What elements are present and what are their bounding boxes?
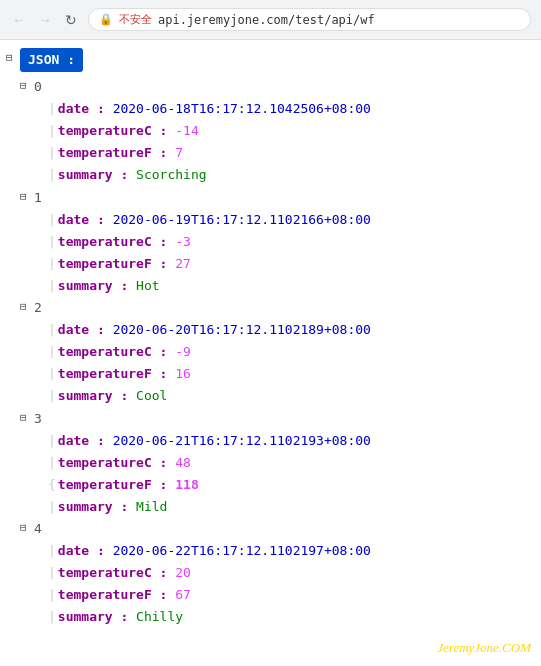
tempC-key-3: temperatureC : <box>58 452 168 474</box>
json-label: JSON : <box>20 48 83 72</box>
tempF-row-0: | temperatureF : 7 <box>48 142 535 164</box>
tempC-val-3: 48 <box>175 452 191 474</box>
index-row-3: ⊟ 3 <box>20 408 535 430</box>
item-fields-4: | date : 2020-06-22T16:17:12.1102197+08:… <box>20 540 535 628</box>
tempF-val-3: 118 <box>175 474 198 496</box>
tempF-val-1: 27 <box>175 253 191 275</box>
summary-row-3: | summary : Mild <box>48 496 535 518</box>
date-val-0: 2020-06-18T16:17:12.1042506+08:00 <box>113 98 371 120</box>
summary-val-4: Chilly <box>136 606 183 628</box>
date-key-4: date : <box>58 540 105 562</box>
summary-row-0: | summary : Scorching <box>48 164 535 186</box>
summary-val-2: Cool <box>136 385 167 407</box>
tempF-key-4: temperatureF : <box>58 584 168 606</box>
json-viewer: ⊟ JSON : ⊟ 0 | date : 2020-06-18T16:17:1… <box>0 40 541 636</box>
date-val-2: 2020-06-20T16:17:12.1102189+08:00 <box>113 319 371 341</box>
tempC-val-1: -3 <box>175 231 191 253</box>
index-row-1: ⊟ 1 <box>20 187 535 209</box>
back-button[interactable]: ← <box>10 11 28 29</box>
summary-val-3: Mild <box>136 496 167 518</box>
item-fields-2: | date : 2020-06-20T16:17:12.1102189+08:… <box>20 319 535 407</box>
date-key-2: date : <box>58 319 105 341</box>
date-key-3: date : <box>58 430 105 452</box>
index-row-2: ⊟ 2 <box>20 297 535 319</box>
item-2: ⊟ 2 | date : 2020-06-20T16:17:12.1102189… <box>6 297 535 407</box>
date-val-1: 2020-06-19T16:17:12.1102166+08:00 <box>113 209 371 231</box>
tempC-key-0: temperatureC : <box>58 120 168 142</box>
watermark: JeremyJone.COM <box>437 640 531 656</box>
tempF-key-2: temperatureF : <box>58 363 168 385</box>
item-toggle-0[interactable]: ⊟ <box>20 77 34 96</box>
root-toggle[interactable]: ⊟ <box>6 49 20 68</box>
tempF-row-4: | temperatureF : 67 <box>48 584 535 606</box>
tempF-val-2: 16 <box>175 363 191 385</box>
summary-key-0: summary : <box>58 164 128 186</box>
item-1: ⊟ 1 | date : 2020-06-19T16:17:12.1102166… <box>6 187 535 297</box>
tempF-key-3: temperatureF : <box>58 474 168 496</box>
index-num-2: 2 <box>34 297 48 319</box>
date-key-1: date : <box>58 209 105 231</box>
tempF-key-0: temperatureF : <box>58 142 168 164</box>
tempC-key-4: temperatureC : <box>58 562 168 584</box>
index-num-0: 0 <box>34 76 48 98</box>
date-row-4: | date : 2020-06-22T16:17:12.1102197+08:… <box>48 540 535 562</box>
item-toggle-1[interactable]: ⊟ <box>20 188 34 207</box>
tempC-row-4: | temperatureC : 20 <box>48 562 535 584</box>
item-toggle-2[interactable]: ⊟ <box>20 298 34 317</box>
tempC-row-2: | temperatureC : -9 <box>48 341 535 363</box>
tempF-row-1: | temperatureF : 27 <box>48 253 535 275</box>
tempC-key-2: temperatureC : <box>58 341 168 363</box>
insecure-label: 不安全 <box>119 12 152 27</box>
date-row-2: | date : 2020-06-20T16:17:12.1102189+08:… <box>48 319 535 341</box>
tempC-key-1: temperatureC : <box>58 231 168 253</box>
summary-key-3: summary : <box>58 496 128 518</box>
tempC-val-4: 20 <box>175 562 191 584</box>
summary-key-2: summary : <box>58 385 128 407</box>
summary-row-2: | summary : Cool <box>48 385 535 407</box>
index-row-4: ⊟ 4 <box>20 518 535 540</box>
tempC-val-2: -9 <box>175 341 191 363</box>
index-num-3: 3 <box>34 408 48 430</box>
date-val-3: 2020-06-21T16:17:12.1102193+08:00 <box>113 430 371 452</box>
date-row-1: | date : 2020-06-19T16:17:12.1102166+08:… <box>48 209 535 231</box>
date-val-4: 2020-06-22T16:17:12.1102197+08:00 <box>113 540 371 562</box>
summary-val-1: Hot <box>136 275 159 297</box>
item-0: ⊟ 0 | date : 2020-06-18T16:17:12.1042506… <box>6 76 535 186</box>
item-toggle-4[interactable]: ⊟ <box>20 519 34 538</box>
item-fields-3: | date : 2020-06-21T16:17:12.1102193+08:… <box>20 430 535 518</box>
json-root-row: ⊟ JSON : <box>6 48 535 76</box>
tempF-row-3: { temperatureF : 118 <box>48 474 535 496</box>
item-4: ⊟ 4 | date : 2020-06-22T16:17:12.1102197… <box>6 518 535 628</box>
item-toggle-3[interactable]: ⊟ <box>20 409 34 428</box>
tempC-row-3: | temperatureC : 48 <box>48 452 535 474</box>
forward-button[interactable]: → <box>36 11 54 29</box>
date-row-0: | date : 2020-06-18T16:17:12.1042506+08:… <box>48 98 535 120</box>
date-key-0: date : <box>58 98 105 120</box>
date-row-3: | date : 2020-06-21T16:17:12.1102193+08:… <box>48 430 535 452</box>
tempF-val-4: 67 <box>175 584 191 606</box>
tempC-val-0: -14 <box>175 120 198 142</box>
index-num-4: 4 <box>34 518 48 540</box>
item-3: ⊟ 3 | date : 2020-06-21T16:17:12.1102193… <box>6 408 535 518</box>
lock-icon: 🔒 <box>99 13 113 26</box>
item-fields-1: | date : 2020-06-19T16:17:12.1102166+08:… <box>20 209 535 297</box>
summary-key-1: summary : <box>58 275 128 297</box>
address-bar[interactable]: 🔒 不安全 api.jeremyjone.com/test/api/wf <box>88 8 531 31</box>
summary-key-4: summary : <box>58 606 128 628</box>
summary-val-0: Scorching <box>136 164 206 186</box>
url-text: api.jeremyjone.com/test/api/wf <box>158 13 375 27</box>
items-container: ⊟ 0 | date : 2020-06-18T16:17:12.1042506… <box>6 76 535 628</box>
browser-chrome: ← → ↻ 🔒 不安全 api.jeremyjone.com/test/api/… <box>0 0 541 40</box>
tempF-row-2: | temperatureF : 16 <box>48 363 535 385</box>
reload-button[interactable]: ↻ <box>62 11 80 29</box>
tempC-row-0: | temperatureC : -14 <box>48 120 535 142</box>
summary-row-4: | summary : Chilly <box>48 606 535 628</box>
summary-row-1: | summary : Hot <box>48 275 535 297</box>
item-fields-0: | date : 2020-06-18T16:17:12.1042506+08:… <box>20 98 535 186</box>
tempC-row-1: | temperatureC : -3 <box>48 231 535 253</box>
tempF-key-1: temperatureF : <box>58 253 168 275</box>
index-num-1: 1 <box>34 187 48 209</box>
index-row-0: ⊟ 0 <box>20 76 535 98</box>
tempF-val-0: 7 <box>175 142 183 164</box>
